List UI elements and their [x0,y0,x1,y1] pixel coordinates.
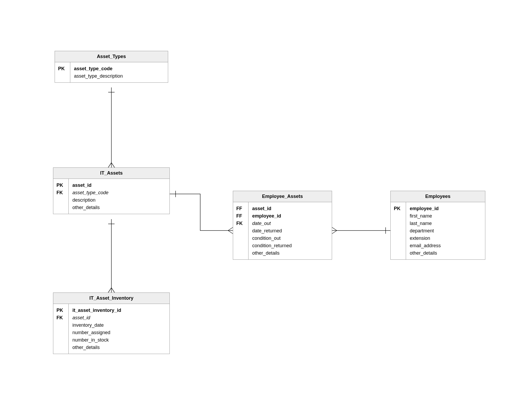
key-column: PK FK [53,304,69,354]
attr-column: employee_id first_name last_name departm… [406,202,485,259]
key-column: PK FK [53,179,69,214]
key-column: PK [55,62,70,82]
entity-employee-assets: Employee_Assets FF FF FK asset_id employ… [233,191,332,260]
attr: asset_type_code [72,189,166,196]
attr: asset_type_code [74,65,164,72]
er-diagram-canvas: Asset_Types PK asset_type_code asset_typ… [0,0,532,416]
attr: other_details [72,344,166,351]
entity-body: FF FF FK asset_id employee_id date_out d… [233,202,332,259]
attr-column: asset_id employee_id date_out date_retur… [248,202,332,259]
entity-asset-types: Asset_Types PK asset_type_code asset_typ… [55,51,168,83]
svg-line-6 [108,288,111,293]
attr: asset_id [252,205,328,212]
entity-employees: Employees PK employee_id first_name last… [390,191,485,260]
key-indicator: PK [394,205,403,212]
entity-title: IT_Assets [53,168,169,179]
attr: asset_id [72,314,166,321]
attr: department [410,227,481,234]
entity-title: Asset_Types [55,51,168,62]
svg-line-13 [332,231,337,234]
svg-line-12 [332,227,337,231]
attr: description [72,196,166,204]
entity-body: PK FK it_asset_inventory_id asset_id inv… [53,304,169,354]
attr: date_out [252,220,328,227]
attr-column: asset_type_code asset_type_description [70,62,168,82]
entity-body: PK FK asset_id asset_type_code descripti… [53,179,169,214]
attr: other_details [252,249,328,257]
attr: first_name [410,212,481,220]
attr: employee_id [252,212,328,220]
attr: condition_out [252,234,328,242]
key-indicator: FK [56,314,65,321]
attr: email_address [410,242,481,249]
attr: condition_returned [252,242,328,249]
attr: asset_type_description [74,72,164,80]
attr: it_asset_inventory_id [72,307,166,314]
attr: number_in_stock [72,336,166,344]
attr: inventory_date [72,321,166,329]
attr: employee_id [410,205,481,212]
entity-it-assets: IT_Assets PK FK asset_id asset_type_code… [53,167,170,214]
key-indicator: FK [236,220,245,227]
entity-body: PK employee_id first_name last_name depa… [391,202,485,259]
key-indicator: PK [56,182,65,189]
attr: asset_id [72,182,166,189]
attr: number_assigned [72,329,166,336]
svg-line-7 [111,288,115,293]
key-indicator: PK [56,307,65,314]
svg-line-9 [228,227,233,231]
attr: other_details [72,204,166,211]
key-indicator: PK [58,65,67,72]
svg-line-10 [228,231,233,234]
svg-line-3 [111,163,115,167]
attr: extension [410,234,481,242]
entity-title: IT_Asset_Inventory [53,293,169,304]
attr: last_name [410,220,481,227]
entity-it-asset-inventory: IT_Asset_Inventory PK FK it_asset_invent… [53,293,170,354]
svg-line-2 [108,163,111,167]
attr: other_details [410,249,481,257]
key-indicator: FK [56,189,65,196]
entity-title: Employees [391,191,485,202]
key-indicator: FF [236,212,245,220]
entity-title: Employee_Assets [233,191,332,202]
key-column: FF FF FK [233,202,248,259]
key-indicator: FF [236,205,245,212]
attr: date_returned [252,227,328,234]
key-column: PK [391,202,406,259]
attr-column: it_asset_inventory_id asset_id inventory… [69,304,169,354]
attr-column: asset_id asset_type_code description oth… [69,179,169,214]
entity-body: PK asset_type_code asset_type_descriptio… [55,62,168,82]
